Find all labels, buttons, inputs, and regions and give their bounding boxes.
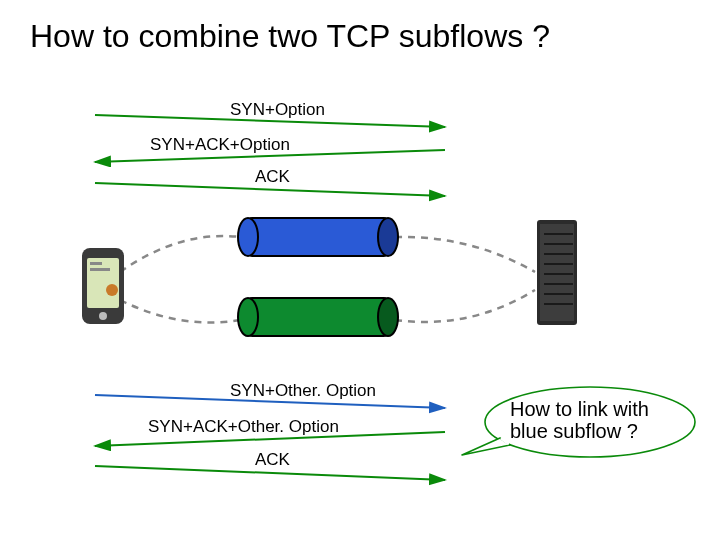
svg-rect-10 (87, 258, 119, 308)
svg-point-11 (99, 312, 107, 320)
svg-point-8 (378, 298, 398, 336)
svg-point-7 (238, 298, 258, 336)
smartphone-icon (82, 248, 124, 324)
svg-rect-6 (248, 298, 388, 336)
blue-subflow-tube (238, 218, 398, 256)
label-syn1: SYN+Option (230, 100, 325, 120)
label-ack1: ACK (255, 167, 290, 187)
label-syn2: SYN+Other. Option (230, 381, 376, 401)
diagram-svg (0, 0, 720, 540)
svg-rect-3 (248, 218, 388, 256)
label-synack2: SYN+ACK+Other. Option (148, 417, 339, 437)
server-icon (537, 220, 577, 325)
green-subflow-tube (238, 298, 398, 336)
label-ack2: ACK (255, 450, 290, 470)
svg-rect-16 (540, 224, 574, 321)
svg-point-5 (378, 218, 398, 256)
svg-point-14 (106, 284, 118, 296)
label-synack1: SYN+ACK+Option (150, 135, 290, 155)
svg-rect-12 (90, 262, 102, 265)
svg-rect-13 (90, 268, 110, 271)
svg-point-4 (238, 218, 258, 256)
callout-line1: How to link with (510, 398, 649, 421)
callout-line2: blue subflow ? (510, 420, 638, 443)
